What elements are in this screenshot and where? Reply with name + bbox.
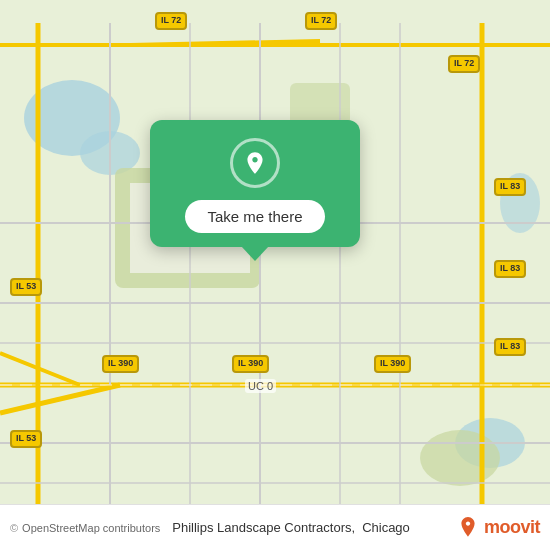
road-badge-il72-1: IL 72 — [155, 12, 187, 30]
road-badge-il72-2: IL 72 — [305, 12, 337, 30]
road-badge-il390-3: IL 390 — [374, 355, 411, 373]
city-label: Chicago — [362, 520, 410, 535]
bottom-bar: © OpenStreetMap contributors Phillips La… — [0, 504, 550, 550]
location-icon-circle — [230, 138, 280, 188]
road-badge-il53-1: IL 53 — [10, 278, 42, 296]
road-badge-il83-1: IL 83 — [494, 178, 526, 196]
road-badge-il83-3: IL 83 — [494, 338, 526, 356]
moovit-logo: moovit — [457, 517, 540, 539]
road-badge-il83-2: IL 83 — [494, 260, 526, 278]
copyright-symbol: © — [10, 522, 18, 534]
map-background — [0, 0, 550, 550]
road-badge-il390-1: IL 390 — [102, 355, 139, 373]
map-container: IL 72 IL 72 IL 72 IL 83 IL 83 IL 83 IL 5… — [0, 0, 550, 550]
take-me-there-button[interactable]: Take me there — [185, 200, 324, 233]
bottom-left: © OpenStreetMap contributors Phillips La… — [10, 520, 410, 535]
uc0-label: UC 0 — [245, 379, 276, 393]
road-badge-il390-2: IL 390 — [232, 355, 269, 373]
location-pin-icon — [242, 150, 268, 176]
road-badge-il53-2: IL 53 — [10, 430, 42, 448]
business-name-label: Phillips Landscape Contractors, — [172, 520, 355, 535]
svg-point-7 — [420, 430, 500, 486]
road-badge-il72-3: IL 72 — [448, 55, 480, 73]
osm-attribution: OpenStreetMap contributors — [22, 522, 160, 534]
popup-card: Take me there — [150, 120, 360, 247]
moovit-pin-icon — [457, 517, 479, 539]
moovit-text-label: moovit — [484, 517, 540, 538]
